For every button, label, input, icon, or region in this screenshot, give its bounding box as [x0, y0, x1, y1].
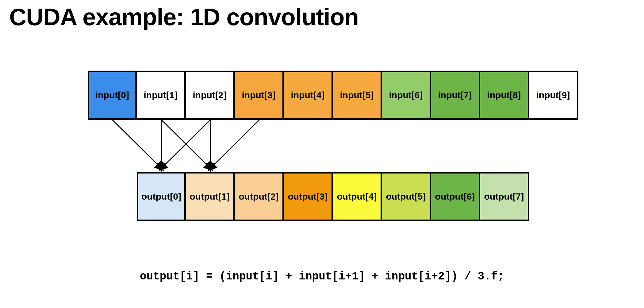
- input-cell-0: input[0]: [88, 71, 137, 120]
- output-cell-5: output[5]: [382, 172, 431, 221]
- arrow-0-to-0: [112, 120, 161, 168]
- input-cell-3: input[3]: [235, 71, 284, 120]
- input-cell-1: input[1]: [137, 71, 186, 120]
- arrow-2-to-0: [161, 120, 210, 168]
- input-cell-8: input[8]: [480, 71, 529, 120]
- output-cell-7: output[7]: [480, 172, 529, 221]
- input-cell-2: input[2]: [186, 71, 235, 120]
- output-cell-4: output[4]: [333, 172, 382, 221]
- output-cell-6: output[6]: [431, 172, 480, 221]
- input-cell-4: input[4]: [284, 71, 333, 120]
- input-array-row: input[0]input[1]input[2]input[3]input[4]…: [88, 71, 578, 120]
- slide-title: CUDA example: 1D convolution: [9, 3, 358, 31]
- slide: CUDA example: 1D convolution input[0]inp…: [0, 0, 644, 308]
- input-cell-6: input[6]: [382, 71, 431, 120]
- output-cell-2: output[2]: [235, 172, 284, 221]
- output-cell-3: output[3]: [284, 172, 333, 221]
- output-cell-0: output[0]: [137, 172, 186, 221]
- input-cell-7: input[7]: [431, 71, 480, 120]
- formula-code: output[i] = (input[i] + input[i+1] + inp…: [0, 270, 644, 283]
- input-cell-9: input[9]: [529, 71, 578, 120]
- arrow-3-to-1: [210, 120, 259, 168]
- input-cell-5: input[5]: [333, 71, 382, 120]
- output-array-row: output[0]output[1]output[2]output[3]outp…: [137, 172, 529, 221]
- arrows-diagram: [88, 120, 302, 172]
- arrow-1-to-1: [161, 120, 210, 168]
- output-cell-1: output[1]: [186, 172, 235, 221]
